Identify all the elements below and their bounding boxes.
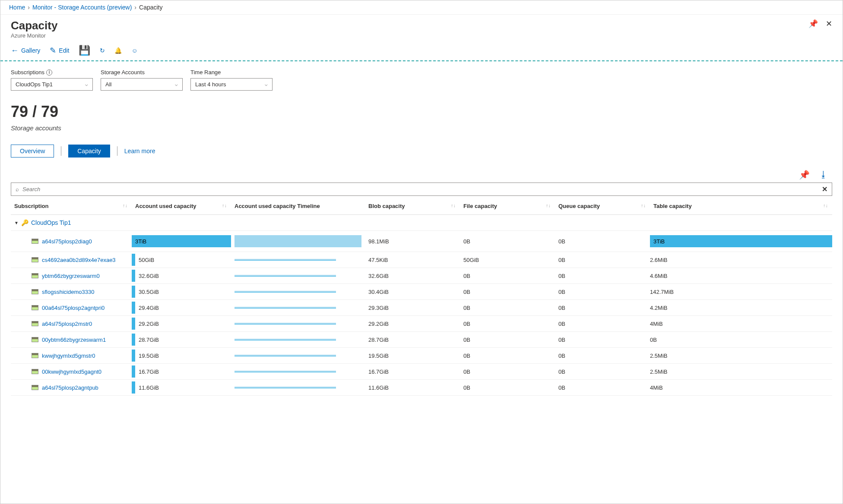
used-capacity-bar: 16.7GiB [132,365,231,378]
sort-icon: ↑↓ [546,203,551,208]
storage-accounts-select[interactable]: All ⌵ [101,78,183,91]
table-row: a64sl75plosp2agntpub11.6GiB11.6GiB0B0B4M… [11,380,832,396]
timeline-sparkline [235,387,336,388]
storage-account-icon [32,385,38,390]
timeline-sparkline [235,291,336,293]
file-capacity-cell: 0B [460,231,555,252]
queue-capacity-cell: 0B [555,380,650,396]
storage-account-link[interactable]: a64sl75plosp2agntpub [42,384,98,391]
chevron-right-icon: › [28,4,30,11]
blob-capacity-cell: 47.5KiB [365,252,460,268]
learn-more-link[interactable]: Learn more [124,148,155,154]
table-capacity-bar: 2.6MiB [650,257,832,263]
breadcrumb: Home › Monitor - Storage Accounts (previ… [0,0,843,15]
table-capacity-bar: 4.2MiB [650,305,832,311]
table-row: ybtm66zbygrzeswarm032.6GiB32.6GiB0B0B4.6… [11,268,832,284]
used-capacity-bar: 3TiB [132,235,231,247]
storage-account-link[interactable]: ybtm66zbygrzeswarm0 [42,273,100,279]
queue-capacity-cell: 0B [555,231,650,252]
pin-icon[interactable]: 📌 [808,19,818,28]
refresh-icon[interactable]: ↻ [100,47,105,54]
sort-icon: ↑↓ [222,203,227,208]
table-capacity-bar: 0B [650,337,832,343]
chevron-down-icon: ⌵ [175,82,178,87]
table-row: a64sl75plosp2diag03TiB98.1MiB0B0B3TiB [11,231,832,252]
queue-capacity-cell: 0B [555,268,650,284]
file-capacity-cell: 0B [460,316,555,332]
storage-account-link[interactable]: a64sl75plosp2diag0 [42,238,92,245]
timeline-sparkline [235,323,336,324]
close-icon[interactable]: ✕ [826,19,832,28]
blob-capacity-cell: 29.2GiB [365,316,460,332]
gallery-button[interactable]: ← Gallery [11,46,40,55]
filter-row: Subscriptions i CloudOps Tip1 ⌵ Storage … [11,69,832,91]
search-icon: ⌕ [16,186,19,192]
sort-icon: ↑↓ [123,203,127,208]
timeline-sparkline [235,235,361,247]
breadcrumb-home[interactable]: Home [9,4,25,11]
download-icon[interactable]: ⭳ [819,170,828,180]
subscriptions-select[interactable]: CloudOps Tip1 ⌵ [11,78,93,91]
table-row: 00a64sl75plosp2agntpri029.4GiB29.3GiB0B0… [11,300,832,316]
blob-capacity-cell: 11.6GiB [365,380,460,396]
col-timeline[interactable]: Account used capacity Timeline [231,198,365,215]
storage-account-link[interactable]: sflogsshicidemo3330 [42,289,94,295]
table-capacity-bar: 4.6MiB [650,273,832,279]
file-capacity-cell: 0B [460,332,555,348]
col-file[interactable]: File capacity↑↓ [460,198,555,215]
search-input[interactable] [22,186,818,192]
storage-account-link[interactable]: 00kwwjhgymlxd5gagnt0 [42,369,101,375]
tab-overview[interactable]: Overview [11,145,54,158]
storage-account-link[interactable]: a64sl75plosp2mstr0 [42,321,92,327]
bell-icon[interactable]: 🔔 [114,47,122,54]
pin-chart-icon[interactable]: 📌 [799,170,810,180]
col-subscription[interactable]: Subscription↑↓ [11,198,132,215]
file-capacity-cell: 0B [460,268,555,284]
blob-capacity-cell: 32.6GiB [365,268,460,284]
storage-account-icon [32,305,38,310]
table-row: sflogsshicidemo333030.5GiB30.4GiB0B0B142… [11,284,832,300]
col-blob[interactable]: Blob capacity↑↓ [365,198,460,215]
count-caption: Storage accounts [11,124,832,132]
group-row[interactable]: ▼ 🔑 CloudOps Tip1 [11,215,832,231]
timeline-sparkline [235,307,336,309]
group-name: CloudOps Tip1 [31,219,71,226]
file-capacity-cell: 0B [460,348,555,364]
col-account-used[interactable]: Account used capacity↑↓ [132,198,231,215]
tab-capacity[interactable]: Capacity [68,145,110,158]
table-capacity-bar: 2.5MiB [650,353,832,359]
sort-icon: ↑↓ [451,203,456,208]
col-table[interactable]: Table capacity↑↓ [650,198,832,215]
caret-down-icon: ▼ [14,220,19,225]
breadcrumb-current: Capacity [139,4,162,11]
storage-account-link[interactable]: 00a64sl75plosp2agntpri0 [42,305,105,311]
save-icon[interactable]: 💾 [79,45,90,56]
queue-capacity-cell: 0B [555,252,650,268]
file-capacity-cell: 0B [460,380,555,396]
edit-button[interactable]: ✎ Edit [50,46,69,55]
blob-capacity-cell: 29.3GiB [365,300,460,316]
storage-account-link[interactable]: cs4692aea0b2d89x4e7exae3 [42,257,116,263]
timeline-sparkline [235,355,336,356]
search-bar: ⌕ ✕ [11,183,832,196]
file-capacity-cell: 0B [460,284,555,300]
table-row: a64sl75plosp2mstr029.2GiB29.2GiB0B0B4MiB [11,316,832,332]
subscriptions-label: Subscriptions [11,69,44,76]
sort-icon: ↑↓ [641,203,646,208]
blob-capacity-cell: 16.7GiB [365,364,460,380]
col-queue[interactable]: Queue capacity↑↓ [555,198,650,215]
page-title: Capacity [11,19,57,32]
clear-search-icon[interactable]: ✕ [822,185,827,193]
storage-account-link[interactable]: kwwjhgymlxd5gmstr0 [42,353,95,359]
time-range-select[interactable]: Last 4 hours ⌵ [190,78,273,91]
chevron-down-icon: ⌵ [85,82,88,87]
storage-account-link[interactable]: 00ybtm66zbygrzeswarm1 [42,337,106,343]
table-capacity-bar: 3TiB [650,235,832,247]
time-range-label: Time Range [190,69,273,76]
smile-icon[interactable]: ☺ [131,47,137,54]
used-capacity-bar: 50GiB [132,254,231,266]
breadcrumb-monitor[interactable]: Monitor - Storage Accounts (preview) [32,4,132,11]
file-capacity-cell: 0B [460,364,555,380]
key-icon: 🔑 [21,219,29,226]
info-icon[interactable]: i [46,69,52,76]
